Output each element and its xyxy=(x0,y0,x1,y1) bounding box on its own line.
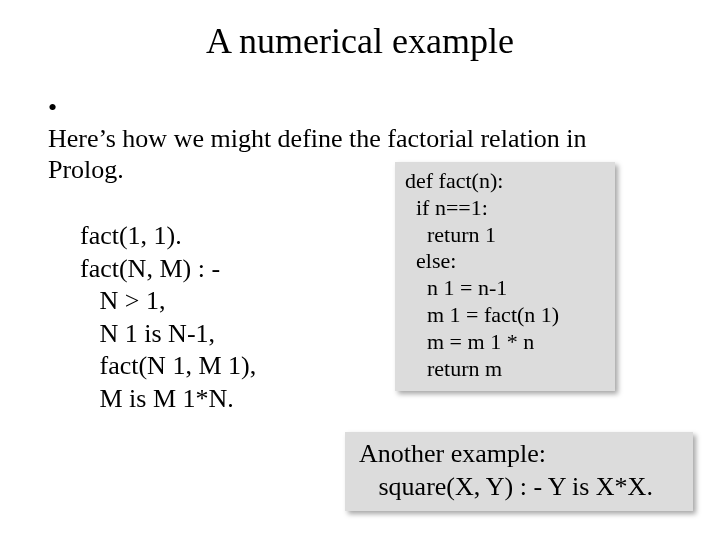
prolog-code: fact(1, 1). fact(N, M) : - N > 1, N 1 is… xyxy=(80,220,256,415)
slide: A numerical example • Here’s how we migh… xyxy=(0,0,720,540)
prolog-line: N 1 is N-1, xyxy=(80,318,256,351)
prolog-line: fact(N, M) : - xyxy=(80,253,256,286)
python-line: def fact(n): xyxy=(405,168,503,193)
python-line: return m xyxy=(405,356,502,381)
python-line: n 1 = n-1 xyxy=(405,275,507,300)
python-line: m 1 = fact(n 1) xyxy=(405,302,559,327)
python-code-box: def fact(n): if n==1: return 1 else: n 1… xyxy=(395,162,615,391)
python-line: return 1 xyxy=(405,222,496,247)
example-line: Another example: xyxy=(359,438,679,471)
bullet-marker: • xyxy=(48,92,66,123)
python-line: m = m 1 * n xyxy=(405,329,534,354)
example-line: square(X, Y) : - Y is X*X. xyxy=(359,471,679,504)
page-title: A numerical example xyxy=(0,20,720,62)
prolog-line: fact(1, 1). xyxy=(80,220,256,253)
python-line: if n==1: xyxy=(405,195,488,220)
example-box: Another example: square(X, Y) : - Y is X… xyxy=(345,432,693,511)
prolog-line: fact(N 1, M 1), xyxy=(80,350,256,383)
python-line: else: xyxy=(405,248,456,273)
prolog-line: N > 1, xyxy=(80,285,256,318)
prolog-line: M is M 1*N. xyxy=(80,383,256,416)
